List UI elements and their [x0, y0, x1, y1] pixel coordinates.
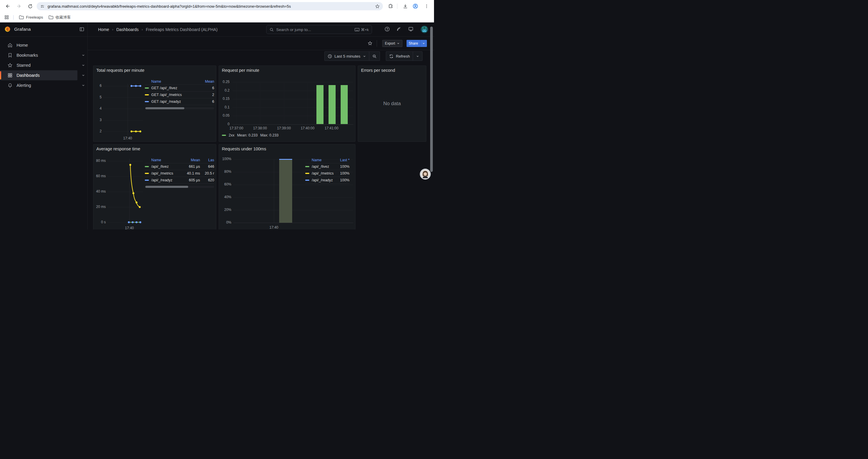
legend-row[interactable]: /api/_/metrics 100%: [305, 170, 349, 177]
panel-errors-per-second[interactable]: Errors per second No data: [358, 66, 426, 142]
panel-title[interactable]: Errors per second: [361, 68, 395, 73]
favorite-star-icon[interactable]: [368, 41, 373, 46]
series-swatch[interactable]: [145, 88, 149, 89]
panel-title[interactable]: Requests under 100ms: [222, 146, 266, 151]
legend-row[interactable]: GET /api/_/livez 6: [145, 85, 214, 92]
panel-title[interactable]: Request per minute: [222, 68, 259, 73]
sidebar-item-alerting[interactable]: Alerting: [0, 80, 88, 90]
url-text[interactable]: grafana.mathmast.com/d/deytv4rwavabkb/fr…: [48, 4, 375, 8]
series-name[interactable]: /api/_/metrics: [151, 171, 181, 175]
column-header-mean[interactable]: Mean: [196, 79, 214, 84]
chevron-down-icon[interactable]: [79, 64, 88, 67]
y-gridline: [234, 197, 353, 198]
share-menu-chevron-icon[interactable]: [420, 40, 427, 47]
series-name[interactable]: /api/_/livez: [151, 165, 181, 169]
legend-row[interactable]: /api/_/readyz 100%: [305, 177, 349, 184]
bookmark-folder-freeleaps[interactable]: Freeleaps: [19, 15, 43, 20]
bookmark-star-icon[interactable]: [375, 4, 380, 9]
legend-table: Name Mean GET /api/_/livez 6 GET /api/_/…: [145, 78, 214, 109]
legend-row[interactable]: /api/_/livez 100%: [305, 163, 349, 170]
series-swatch[interactable]: [145, 166, 149, 167]
panel-total-requests[interactable]: Total requests per minute 6543217:40 Nam…: [93, 66, 216, 142]
url-bar[interactable]: grafana.mathmast.com/d/deytv4rwavabkb/fr…: [37, 2, 383, 10]
series-swatch[interactable]: [145, 173, 149, 174]
legend-row[interactable]: GET /api/_/metrics 2: [145, 92, 214, 98]
browser-menu-icon[interactable]: [423, 3, 430, 10]
sidebar-item-home[interactable]: Home: [0, 40, 88, 50]
browser-forward-button[interactable]: [15, 2, 23, 10]
x-gridline: [236, 82, 237, 124]
sidebar-toggle-icon[interactable]: [79, 27, 85, 32]
series-name[interactable]: GET /api/_/readyz: [151, 100, 196, 104]
legend-series-name[interactable]: 2xx: [229, 133, 234, 137]
breadcrumb-dashboards[interactable]: Dashboards: [116, 27, 139, 32]
chevron-down-icon[interactable]: [79, 73, 88, 77]
folder-icon: [19, 15, 24, 20]
panel-title[interactable]: Total requests per minute: [96, 68, 145, 73]
news-feed-icon[interactable]: [396, 26, 402, 32]
series-swatch[interactable]: [145, 94, 149, 95]
scrollbar-thumb[interactable]: [145, 107, 184, 109]
legend-row[interactable]: GET /api/_/readyz 6: [145, 98, 214, 105]
chevron-down-icon[interactable]: [79, 54, 88, 57]
apps-grid-icon[interactable]: [4, 15, 9, 20]
series-swatch[interactable]: [145, 101, 149, 102]
extension-avatar-button[interactable]: [420, 169, 431, 179]
browser-reload-button[interactable]: [26, 2, 34, 10]
series-name[interactable]: /api/_/metrics: [312, 171, 335, 175]
legend-scrollbar[interactable]: [145, 107, 214, 109]
legend-row[interactable]: /api/_/livez 661 µs 646: [145, 163, 214, 170]
series-name[interactable]: /api/_/readyz: [151, 178, 181, 182]
search-input[interactable]: Search or jump to... ⌘+k: [266, 25, 372, 34]
series-swatch[interactable]: [222, 135, 226, 136]
bookmark-folder-blogs[interactable]: 收藏博客: [49, 15, 71, 20]
series-swatch[interactable]: [145, 179, 149, 181]
breadcrumb-separator: ›: [142, 27, 143, 32]
site-info-icon[interactable]: [40, 4, 44, 8]
browser-back-button[interactable]: [4, 2, 12, 10]
sidebar-item-dashboards[interactable]: Dashboards: [0, 70, 88, 80]
scrollbar-thumb[interactable]: [145, 186, 188, 188]
legend-row[interactable]: /api/_/readyz 605 µs 620: [145, 177, 214, 184]
panel-title[interactable]: Average response time: [96, 146, 140, 151]
grafana-logo-icon[interactable]: [4, 26, 11, 33]
series-name[interactable]: GET /api/_/metrics: [151, 93, 196, 97]
help-icon[interactable]: [384, 26, 390, 32]
series-swatch[interactable]: [305, 166, 309, 167]
series-swatch[interactable]: [305, 179, 309, 181]
profile-icon[interactable]: [412, 3, 419, 10]
sidebar-item-label: Home: [17, 43, 28, 47]
sidebar-item-starred[interactable]: Starred: [0, 60, 88, 70]
chart-legend[interactable]: 2xx Mean: 0.233 Max: 0.233: [222, 133, 279, 137]
sidebar-item-bookmarks[interactable]: Bookmarks: [0, 50, 88, 60]
column-header-mean[interactable]: Mean: [181, 158, 200, 162]
breadcrumb-current: Freeleaps Metrics Dashboard (ALPHA): [146, 27, 218, 32]
column-header-name[interactable]: Name: [145, 79, 196, 84]
panel-request-per-minute[interactable]: Request per minute 2xx Mean: 0.233 Max: …: [219, 66, 355, 142]
extensions-icon[interactable]: [387, 3, 395, 10]
series-swatch[interactable]: [305, 173, 309, 174]
page-scrollbar-thumb[interactable]: [430, 27, 433, 172]
legend-scrollbar[interactable]: [145, 186, 214, 188]
column-header-last[interactable]: Last *: [335, 158, 349, 162]
series-name[interactable]: /api/_/readyz: [312, 178, 335, 182]
panel-requests-under-100ms[interactable]: Requests under 100ms 100%80%60%40%20%0%1…: [219, 144, 355, 230]
chevron-down-icon[interactable]: [79, 84, 88, 87]
share-label[interactable]: Share: [406, 40, 420, 47]
keyboard-icon: [354, 28, 360, 32]
share-button[interactable]: Share: [406, 40, 427, 47]
export-button[interactable]: Export: [382, 40, 402, 47]
panel-avg-response-time[interactable]: Average response time 80 ms60 ms40 ms20 …: [93, 144, 216, 230]
downloads-icon[interactable]: [402, 3, 409, 10]
monitor-icon[interactable]: [408, 26, 414, 32]
series-name[interactable]: GET /api/_/livez: [151, 86, 196, 90]
column-header-last[interactable]: Las: [200, 158, 214, 162]
column-header-name[interactable]: Name: [305, 158, 335, 162]
column-header-name[interactable]: Name: [145, 158, 181, 162]
legend-row[interactable]: /api/_/metrics 40.1 ms 20.5 r: [145, 170, 214, 177]
breadcrumb-home[interactable]: Home: [98, 27, 109, 32]
user-avatar[interactable]: [421, 26, 428, 33]
series-mean: 6: [196, 86, 214, 90]
series-mean: 661 µs: [181, 165, 200, 169]
series-name[interactable]: /api/_/livez: [312, 165, 335, 169]
